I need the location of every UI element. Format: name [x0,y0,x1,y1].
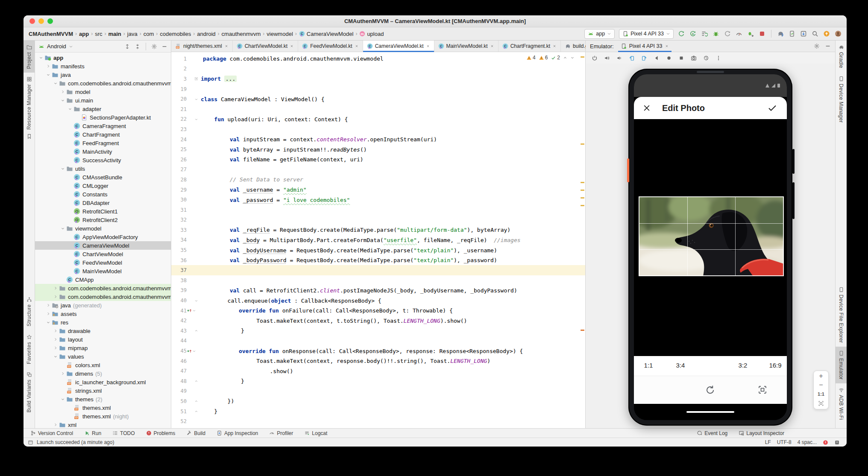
crop-full-button[interactable] [757,385,768,395]
tree-item[interactable]: xml [35,421,171,428]
tree-collapsed-icon[interactable] [45,312,52,316]
debug-icon[interactable] [713,30,719,37]
device-manager-icon[interactable] [789,30,795,37]
tree-item[interactable]: dimens(5) [35,369,171,378]
fold-marker-icon[interactable] [192,349,196,353]
ide-fatal-errors-icon[interactable] [834,440,840,445]
tree-item[interactable]: res [35,318,171,327]
tree-item[interactable]: utils [35,164,171,173]
breadcrumb-item[interactable]: CCameraViewModel [299,31,354,37]
fold-marker-icon[interactable] [194,77,198,81]
breadcrumb-item[interactable]: java [127,31,138,37]
tree-expanded-icon[interactable] [67,107,73,111]
nav-back-icon[interactable] [654,55,660,61]
tree-collapsed-icon[interactable] [52,346,59,350]
nav-overview-icon[interactable] [678,55,684,61]
dog-photo[interactable] [639,196,784,276]
tree-item[interactable]: assets [35,310,171,318]
fold-marker-icon[interactable] [194,299,198,303]
tool-window-switcher-icon[interactable] [28,440,33,445]
tree-item[interactable]: ORetrofitClient2 [35,216,171,224]
zoom-out-button[interactable]: − [819,383,823,388]
tree-item[interactable]: CAppViewModelFactory [35,233,171,241]
gear-icon[interactable] [151,44,157,50]
volume-up-icon[interactable] [604,55,610,61]
gear-icon[interactable] [814,43,820,49]
apply-code-changes-icon[interactable] [747,30,754,37]
tree-item[interactable]: </>themes.xml(night) [35,412,171,421]
screenshot-icon[interactable] [691,55,697,61]
stripe-button-emulator[interactable]: Emulator [836,347,847,383]
tree-collapsed-icon[interactable] [52,423,59,427]
tree-item[interactable]: java(generated) [35,301,171,310]
tree-expanded-icon[interactable] [38,55,44,60]
tree-item[interactable]: </>ic_launcher_background.xml [35,378,171,386]
fit-to-window-icon[interactable] [818,400,824,406]
close-edit-button[interactable] [642,104,651,112]
project-view-selector[interactable]: Android [47,43,66,50]
zoom-in-button[interactable]: + [819,374,823,379]
zoom-reset-button[interactable]: 1:1 [818,391,824,397]
aspect-ratio-option[interactable]: 16:9 [769,362,781,369]
fold-marker-icon[interactable] [194,379,198,383]
tree-item[interactable]: ui.main [35,96,171,105]
assistant-icon[interactable] [823,30,830,37]
tree-item[interactable]: CSuccessActivity [35,156,171,164]
tree-item[interactable]: values [35,352,171,361]
tree-item[interactable]: CChartFragment [35,130,171,139]
close-tab-icon[interactable] [355,44,359,48]
zoom-window-button[interactable] [47,18,53,24]
status-item[interactable]: 4 spac... [798,439,817,445]
rotate-left-icon[interactable] [629,55,635,61]
tree-item[interactable]: com.codemobiles.android.cmauthenmvvm [35,284,171,292]
tree-collapsed-icon[interactable] [52,329,59,333]
stripe-button-structure[interactable]: Structure [23,293,35,330]
tree-item[interactable]: CConstants [35,190,171,199]
crop-grid[interactable] [639,196,784,276]
editor-tab[interactable]: </>night/themes.xml [171,41,233,52]
nav-home-icon[interactable] [666,55,672,61]
fold-marker-icon[interactable] [194,117,198,121]
fold-marker-icon[interactable] [194,97,198,101]
tree-item[interactable]: </>colors.xml [35,361,171,369]
fold-marker-icon[interactable] [194,329,198,333]
fold-marker-icon[interactable] [194,399,198,403]
breadcrumb-item[interactable]: main [108,31,121,37]
aspect-ratio-option[interactable]: 3:4 [676,362,685,369]
tree-item[interactable]: </>themes.xml [35,403,171,412]
tool-window-button-problems[interactable]: Problems [146,430,176,436]
editor-tab[interactable]: CChartViewModel.kt [233,41,299,52]
tree-item[interactable]: mipmap [35,344,171,352]
tree-item[interactable]: adapter [35,105,171,113]
stripe-button-device-manager[interactable]: Device Manager [836,72,847,127]
tree-expanded-icon[interactable] [45,73,52,77]
tree-item[interactable]: app [35,53,171,62]
confirm-edit-button[interactable] [767,103,777,113]
breadcrumb-item[interactable]: CMAuthenMVVM [29,31,73,37]
tree-item[interactable]: ORetrofitClient1 [35,207,171,216]
editor-tab[interactable]: CCameraViewModel.kt [363,41,434,52]
stripe-button-device-file-explorer[interactable]: Device File Explorer [836,283,847,347]
tool-window-button-run[interactable]: Run [84,430,101,436]
tree-expanded-icon[interactable] [52,81,59,85]
code-editor[interactable]: 1package com.codemobiles.android.cmauthe… [171,52,585,428]
tree-item[interactable]: CDBAdapter [35,199,171,207]
tree-expanded-icon[interactable] [59,397,66,401]
chevron-down-icon[interactable] [69,44,73,49]
next-issue-icon[interactable] [570,55,575,60]
inspection-widget[interactable]: 4 6 2 [524,54,577,61]
tree-item[interactable]: CCameraFragment [35,122,171,130]
minus-icon[interactable] [161,44,167,50]
tool-window-button-app-inspection[interactable]: App Inspection [217,430,258,436]
close-tab-icon[interactable] [490,44,494,48]
avatar-icon[interactable] [835,30,842,37]
device-select[interactable]: Pixel 4 API 33 [619,29,674,39]
editor-tab[interactable]: CMainViewModel.kt [434,41,499,52]
expand-all-icon[interactable] [124,44,130,50]
power-icon[interactable] [592,55,598,61]
more-icon[interactable] [716,55,721,61]
tree-item[interactable]: CCMAssetBundle [35,173,171,181]
tree-collapsed-icon[interactable] [52,286,59,290]
stripe-button-favorites[interactable]: Favorites [23,330,35,368]
hide-panel-icon[interactable] [825,43,831,49]
